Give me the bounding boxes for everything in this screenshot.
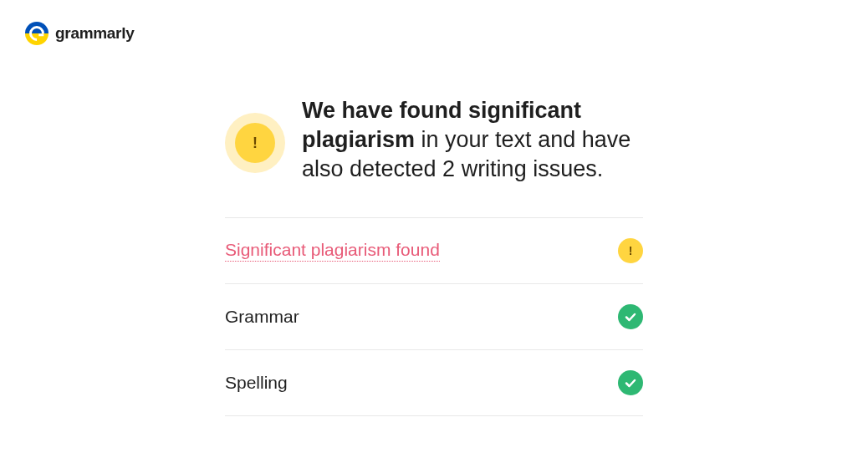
main-content: ! We have found significant plagiarism i… <box>225 96 643 416</box>
grammarly-logo-icon <box>25 22 49 45</box>
summary-message: We have found significant plagiarism in … <box>302 96 643 184</box>
header: grammarly <box>0 0 868 67</box>
exclamation-icon: ! <box>629 244 633 257</box>
checkmark-icon <box>624 310 637 323</box>
row-label: Grammar <box>225 307 299 327</box>
warning-status-icon: ! <box>618 238 643 263</box>
row-label: Spelling <box>225 373 288 393</box>
exclamation-icon: ! <box>253 135 258 152</box>
success-status-icon <box>618 304 643 329</box>
summary-section: ! We have found significant plagiarism i… <box>225 96 643 184</box>
result-row-spelling[interactable]: Spelling <box>225 350 643 416</box>
result-row-grammar[interactable]: Grammar <box>225 284 643 350</box>
success-status-icon <box>618 370 643 395</box>
result-row-plagiarism[interactable]: Significant plagiarism found ! <box>225 218 643 284</box>
row-label: Significant plagiarism found <box>225 240 440 262</box>
summary-alert-badge: ! <box>225 113 285 173</box>
brand-name: grammarly <box>55 24 134 43</box>
checkmark-icon <box>624 376 637 389</box>
